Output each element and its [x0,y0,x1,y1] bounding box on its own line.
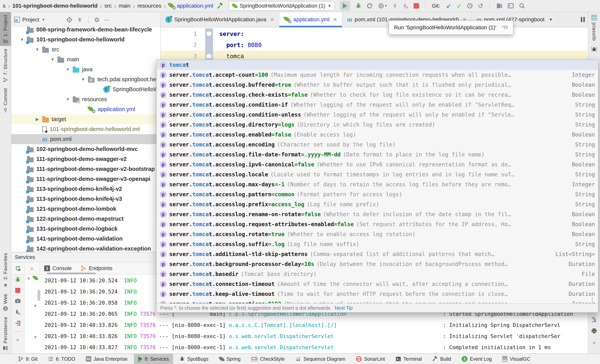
commit-button[interactable]: ✓ [456,2,462,10]
editor-tab[interactable]: CSpringBootHelloWorldApplication.java✕ [161,12,279,27]
rollback-button[interactable]: ↺ [478,2,483,10]
more-chevrons-button[interactable]: » [593,337,596,354]
exit-button[interactable] [15,320,21,326]
tree-item[interactable]: 102-springboot-demo-helloworld-mvc [11,144,160,154]
statusbar-item-java-enterprise[interactable]: EEJava Enterprise [82,354,132,364]
tool-strip-project[interactable]: 1: Project [0,12,11,46]
editor-tab[interactable]: application.yml✕ [279,12,342,27]
tool-strip-structure[interactable]: 7: Structure [0,46,11,85]
completion-item[interactable]: pserver.tomcat.accesslog.enabled=false(E… [157,130,598,140]
stop-button[interactable] [15,288,20,293]
chevron-down-icon[interactable]: ▼ [42,18,45,22]
show-options-chevrons[interactable]: » [25,263,40,274]
terminal-window-button[interactable] [507,3,514,9]
breadcrumb-item[interactable]: 101-springboot-demo-helloworld [12,3,98,9]
completion-item[interactable]: pserver.tomcat.accesslog.directory=logs(… [157,120,598,130]
next-tip-link[interactable]: Next Tip [335,305,353,311]
pause-icon[interactable] [581,17,585,22]
statusbar-item-event-log[interactable]: 1Event Log [457,354,496,364]
tree-item[interactable]: application.yml [11,104,160,114]
module-structure-button[interactable] [496,3,502,9]
completion-item[interactable]: pserver.tomcat.connection-timeout(Amount… [157,279,598,289]
tree-item[interactable]: 131-springboot-demo-logback [11,224,160,234]
build-hammer-icon[interactable] [217,2,224,9]
profiler-button[interactable] [367,3,373,9]
completion-item[interactable]: pserver.tomcat.accesslog.prefix=access_l… [157,199,598,209]
tree-item[interactable]: ▶target [11,114,160,124]
tool-strip-commit[interactable]: Commit [0,85,11,116]
services-tab-console[interactable]: ❯Console [40,263,76,274]
statusbar-item-sequence-diagram[interactable]: Sequence Diagram [291,354,350,364]
statusbar-item-6-todo[interactable]: 6: TODO [44,354,80,364]
completion-item[interactable]: pserver.tomcat.accesslog.buffered=true(W… [157,80,598,90]
statusbar-item-build[interactable]: Build [428,354,455,364]
search-everywhere-button[interactable] [519,3,525,9]
more-options-kebab-icon[interactable]: ⋮ [590,298,595,302]
tree-item[interactable]: 111-springboot-demo-swagger-v2 [11,154,160,164]
tree-item[interactable]: ▼101-springboot-demo-helloworld [11,35,160,45]
update-project-button[interactable]: ↙ [446,2,451,10]
breadcrumb-item[interactable]: src [104,3,112,9]
tree-item[interactable]: mpom.xml [11,134,160,144]
completion-item[interactable]: ptomcat [157,60,598,70]
rerun-button[interactable] [11,263,25,274]
debug-button[interactable] [355,3,362,9]
breadcrumb-file[interactable]: application.yml [168,2,213,9]
tree-item[interactable]: ▼main [11,55,160,64]
tree-item[interactable]: 141-springboot-demo-validation [11,234,160,244]
tool-strip-web[interactable]: Web [0,291,11,314]
collapse-all-button[interactable] [77,17,83,23]
statusbar-item-spring[interactable]: Spring [215,354,245,364]
tree-item[interactable]: 142-springboot-demo-validation-exception [11,244,160,252]
tool-strip-persistence[interactable]: Persistence [0,314,11,354]
statusbar-item-8-services[interactable]: 8: Services [134,354,173,364]
tree-item[interactable]: ▼src [11,45,160,55]
fold-arrow-icon[interactable]: ▼ [27,276,31,281]
completion-item[interactable]: pserver.tomcat.keep-alive-timeout(Time t… [157,289,598,299]
completion-item[interactable]: pserver.tomcat.accesslog.encoding(Charac… [157,140,598,150]
close-tab-icon[interactable]: ✕ [270,17,274,23]
completion-item[interactable]: pserver.tomcat.accept-count=100(Maximum … [157,70,598,80]
tree-item[interactable]: ▼java [11,64,160,74]
completion-item[interactable]: pserver.tomcat.accesslog.condition-unles… [157,110,598,120]
more-chevrons-icon[interactable]: » [16,337,19,343]
tool-strip-favorites[interactable]: 2: Favorites★ [0,250,11,291]
tree-item[interactable]: 113-springboot-demo-knife4j-v3 [11,194,160,204]
completion-item[interactable]: pserver.tomcat.accesslog.file-date-forma… [157,150,598,160]
tree-item[interactable]: 111-springboot-demo-swagger-v3-openapi [11,174,160,184]
statusbar-item-9-git[interactable]: 9: Git [14,354,42,364]
horizontal-scrollbar-thumb[interactable] [47,273,96,274]
completion-item[interactable]: pserver.tomcat.accesslog.locale(Locale u… [157,170,598,180]
attach-debugger-button[interactable] [15,309,21,315]
tree-item[interactable]: ▼resources [11,94,160,104]
completion-item[interactable]: pserver.tomcat.accesslog.request-attribu… [157,219,598,229]
completion-item[interactable]: pserver.tomcat.accesslog.check-exists=fa… [157,90,598,100]
gutter-thumb[interactable] [38,290,40,301]
statusbar-item-spotbugs[interactable]: SpotBugs [175,354,213,364]
services-tab-endpoints[interactable]: Endpoints [76,263,117,274]
tree-item[interactable]: 008-spring-framework-demo-bean-lifecycle [11,25,160,35]
statusbar-item-visualgc[interactable]: VisualGC [498,354,534,364]
coverage-button[interactable]: ▼ [378,3,387,9]
completion-item[interactable]: pserver.tomcat.background-processor-dela… [157,259,598,269]
completion-item[interactable]: pserver.tomcat.accesslog.condition-if(Wh… [157,100,598,110]
breadcrumb-item[interactable]: s [3,3,5,9]
run-button[interactable] [340,1,350,11]
completion-item[interactable]: pserver.tomcat.accesslog.pattern=common(… [157,189,598,199]
settings-button[interactable]: ⚙ [94,16,100,24]
tree-item[interactable]: ▼tech.pdai.springboot.helloworld [11,74,160,84]
tree-item[interactable]: CSpringBootHelloWorldApplication [11,84,160,94]
completion-item[interactable]: pserver.tomcat.basedir(Tomcat base direc… [157,269,598,279]
completion-item[interactable]: pserver.tomcat.accesslog.rename-on-rotat… [157,209,598,219]
tree-item[interactable]: 111-springboot-demo-swagger-v2-bootstrap [11,164,160,174]
completion-item[interactable]: pserver.tomcat.accesslog.suffix=.log(Log… [157,239,598,249]
completion-item[interactable]: pserver.tomcat.accesslog.max-days=-1(Num… [157,180,598,189]
tree-item[interactable]: 122-springboot-demo-mapstruct [11,214,160,224]
debug-button[interactable] [15,276,21,283]
stop-button[interactable] [413,3,419,9]
statusbar-item-checkstyle[interactable]: CSCheckStyle [247,354,289,364]
statusbar-item-sonarlint[interactable]: SonarLint [352,354,389,364]
breadcrumb-item[interactable]: main [119,3,131,9]
tree-item[interactable]: 101-springboot-demo-helloworld.iml [11,124,160,134]
thread-dump-button[interactable] [15,298,21,304]
